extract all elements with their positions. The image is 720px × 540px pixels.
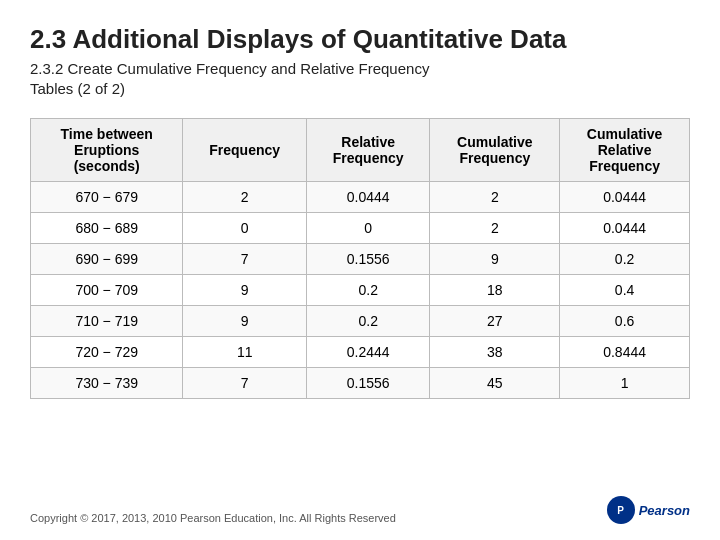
table-cell: 11 — [183, 337, 307, 368]
table-cell: 700 − 709 — [31, 275, 183, 306]
table-cell: 7 — [183, 368, 307, 399]
table-row: 690 − 69970.155690.2 — [31, 244, 690, 275]
table-cell: 0.2 — [306, 306, 430, 337]
copyright-text: Copyright © 2017, 2013, 2010 Pearson Edu… — [30, 512, 396, 524]
col-header-cumulative-frequency: CumulativeFrequency — [430, 119, 560, 182]
table-row: 720 − 729110.2444380.8444 — [31, 337, 690, 368]
table-cell: 9 — [183, 275, 307, 306]
subtitle-line1: 2.3.2 Create Cumulative Frequency and Re… — [30, 60, 429, 77]
table-cell: 18 — [430, 275, 560, 306]
table-cell: 45 — [430, 368, 560, 399]
table-cell: 690 − 699 — [31, 244, 183, 275]
table-cell: 710 − 719 — [31, 306, 183, 337]
table-cell: 0.0444 — [306, 182, 430, 213]
col-header-relative-frequency: RelativeFrequency — [306, 119, 430, 182]
table-cell: 0.1556 — [306, 244, 430, 275]
col-header-time: Time betweenEruptions(seconds) — [31, 119, 183, 182]
table-cell: 0.8444 — [560, 337, 690, 368]
frequency-table: Time betweenEruptions(seconds) Frequency… — [30, 118, 690, 399]
table-row: 700 − 70990.2180.4 — [31, 275, 690, 306]
table-row: 730 − 73970.1556451 — [31, 368, 690, 399]
table-cell: 1 — [560, 368, 690, 399]
table-cell: 9 — [430, 244, 560, 275]
table-row: 710 − 71990.2270.6 — [31, 306, 690, 337]
table-cell: 730 − 739 — [31, 368, 183, 399]
table-cell: 0.6 — [560, 306, 690, 337]
table-cell: 9 — [183, 306, 307, 337]
table-row: 670 − 67920.044420.0444 — [31, 182, 690, 213]
table-cell: 2 — [430, 182, 560, 213]
table-cell: 680 − 689 — [31, 213, 183, 244]
pearson-logo: P Pearson — [607, 496, 690, 524]
table-cell: 0.2 — [560, 244, 690, 275]
col-header-cumulative-relative-frequency: CumulativeRelativeFrequency — [560, 119, 690, 182]
col-header-frequency: Frequency — [183, 119, 307, 182]
table-cell: 2 — [430, 213, 560, 244]
subtitle: 2.3.2 Create Cumulative Frequency and Re… — [30, 59, 690, 98]
table-cell: 0.4 — [560, 275, 690, 306]
table-cell: 0.0444 — [560, 182, 690, 213]
table-row: 680 − 6890020.0444 — [31, 213, 690, 244]
table-cell: 720 − 729 — [31, 337, 183, 368]
table-cell: 0.0444 — [560, 213, 690, 244]
pearson-text: Pearson — [639, 503, 690, 518]
table-cell: 27 — [430, 306, 560, 337]
table-cell: 0 — [306, 213, 430, 244]
table-header-row: Time betweenEruptions(seconds) Frequency… — [31, 119, 690, 182]
page: 2.3 Additional Displays of Quantitative … — [0, 0, 720, 540]
table-cell: 670 − 679 — [31, 182, 183, 213]
table-cell: 2 — [183, 182, 307, 213]
pearson-badge: P — [607, 496, 635, 524]
table-cell: 7 — [183, 244, 307, 275]
table-cell: 0.2444 — [306, 337, 430, 368]
table-cell: 0 — [183, 213, 307, 244]
table-cell: 0.2 — [306, 275, 430, 306]
page-title: 2.3 Additional Displays of Quantitative … — [30, 24, 690, 55]
subtitle-line2: Tables (2 of 2) — [30, 80, 125, 97]
table-cell: 38 — [430, 337, 560, 368]
table-cell: 0.1556 — [306, 368, 430, 399]
footer: Copyright © 2017, 2013, 2010 Pearson Edu… — [30, 486, 690, 524]
